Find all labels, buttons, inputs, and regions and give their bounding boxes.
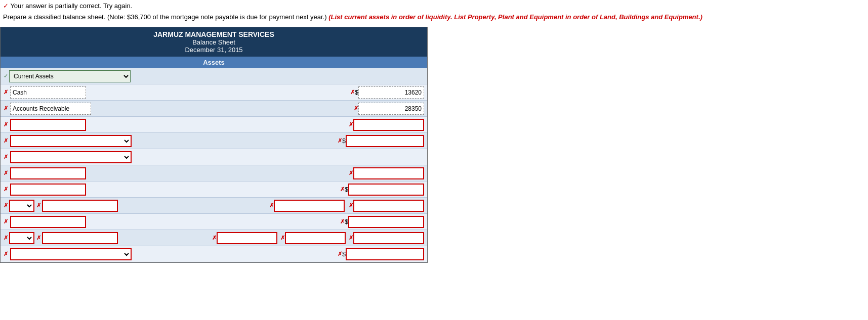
row11-x1[interactable]: ✗ (4, 235, 8, 241)
row9-small-dropdown[interactable] (9, 200, 34, 212)
bs-header: JARMUZ MANAGEMENT SERVICES Balance Sheet… (1, 27, 427, 57)
row10: ✗ ✗ $ (1, 214, 427, 230)
check-icon: ✓ (3, 2, 9, 10)
row5-val-x[interactable]: ✗ (338, 138, 342, 144)
company-name: JARMUZ MANAGEMENT SERVICES (3, 30, 425, 38)
row9-val-x2[interactable]: ✗ (349, 203, 353, 208)
row6-x[interactable]: ✗ (4, 154, 8, 160)
row7-x[interactable]: ✗ (4, 170, 8, 176)
row10-label-input[interactable] (10, 216, 86, 228)
accounts-receivable-row: ✗ ✗ (1, 101, 427, 117)
row9-right-value[interactable] (353, 200, 424, 212)
row5: ✗ ✗ $ (1, 133, 427, 149)
current-assets-x[interactable]: ✓ (4, 73, 8, 79)
row4-x[interactable]: ✗ (4, 122, 8, 127)
row10-x[interactable]: ✗ (4, 219, 8, 224)
row5-dropdown[interactable] (10, 135, 132, 147)
row6-section-dropdown[interactable]: Property, Plant and Equipment Long-term … (10, 151, 132, 163)
row4-val-x[interactable]: ✗ (349, 122, 353, 127)
cash-label-input[interactable] (10, 86, 86, 99)
row7-label-input[interactable] (10, 167, 86, 179)
row11-label-input[interactable] (42, 232, 118, 244)
row10-val-x[interactable]: ✗ (340, 219, 345, 224)
row12-section-dropdown[interactable]: Property, Plant and Equipment Long-term … (10, 248, 132, 260)
row9-label-input[interactable] (42, 200, 118, 212)
row9-val-x1[interactable]: ✗ (269, 203, 274, 208)
row5-value-input[interactable] (346, 135, 424, 147)
sheet-date: December 31, 2015 (3, 46, 425, 54)
row11-mid-val[interactable] (217, 232, 277, 244)
row4-label-input[interactable] (10, 119, 86, 131)
current-assets-dropdown[interactable]: Current Assets Property, Plant and Equip… (9, 70, 131, 82)
row8-label-input[interactable] (10, 184, 86, 196)
row5-dollar: $ (342, 138, 346, 145)
row5-x[interactable]: ✗ (4, 138, 8, 144)
row7-val-x[interactable]: ✗ (349, 170, 353, 176)
row7-value-input[interactable] (353, 167, 424, 179)
row4: ✗ ✗ (1, 117, 427, 133)
row6: ✗ Property, Plant and Equipment Long-ter… (1, 149, 427, 165)
row12-x[interactable]: ✗ (4, 251, 8, 257)
row8-dollar: $ (345, 186, 348, 193)
row9-x2[interactable]: ✗ (36, 203, 41, 208)
row9-x1[interactable]: ✗ (4, 203, 8, 208)
instruction-emphasis: (List current assets in order of liquidi… (328, 13, 702, 21)
row12-val-x[interactable]: ✗ (338, 251, 342, 257)
instruction-note: Prepare a classified balance sheet. (Not… (3, 13, 327, 21)
row11-small-dropdown[interactable] (9, 232, 34, 244)
assets-section-header: Assets (1, 57, 427, 68)
cash-x[interactable]: ✗ (4, 89, 8, 95)
row8-val-x[interactable]: ✗ (340, 187, 345, 192)
row12-dollar: $ (342, 251, 346, 258)
row9-mid-value[interactable] (274, 200, 345, 212)
cash-dollar-x[interactable]: ✗ (350, 89, 355, 95)
instruction-text: Prepare a classified balance sheet. (Not… (0, 12, 868, 23)
row10-value-input[interactable] (348, 216, 424, 228)
ar-dollar-x[interactable]: ✗ (354, 106, 358, 111)
feedback-text: Your answer is partially correct. Try ag… (10, 2, 132, 10)
row12-value-input[interactable] (346, 248, 424, 260)
row9: ✗ ✗ ✗ ✗ (1, 198, 427, 214)
ar-value-input[interactable] (358, 103, 424, 115)
row11-val-x2[interactable]: ✗ (280, 235, 285, 241)
ar-x[interactable]: ✗ (4, 106, 8, 111)
cash-dollar-sign: $ (355, 89, 358, 96)
row8-x[interactable]: ✗ (4, 187, 8, 192)
cash-row: ✗ ✗ $ (1, 84, 427, 101)
ar-label-input[interactable] (10, 103, 91, 115)
row11-x2[interactable]: ✗ (36, 235, 41, 241)
sheet-title: Balance Sheet (3, 38, 425, 46)
cash-value-input[interactable] (358, 86, 424, 99)
balance-sheet-container: JARMUZ MANAGEMENT SERVICES Balance Sheet… (0, 27, 428, 263)
row11-mid2-val[interactable] (285, 232, 346, 244)
row12: ✗ Property, Plant and Equipment Long-ter… (1, 246, 427, 262)
row11: ✗ ✗ ✗ ✗ ✗ (1, 230, 427, 246)
row11-right-val[interactable] (353, 232, 424, 244)
top-message: ✓ Your answer is partially correct. Try … (0, 0, 868, 12)
row8: ✗ ✗ $ (1, 181, 427, 198)
row4-value-input[interactable] (353, 119, 424, 131)
current-assets-row: ✓ Current Assets Property, Plant and Equ… (1, 68, 427, 84)
row8-value-input[interactable] (348, 184, 424, 196)
row11-val-x1[interactable]: ✗ (212, 235, 217, 241)
row11-val-x3[interactable]: ✗ (349, 235, 353, 241)
row7: ✗ ✗ (1, 165, 427, 181)
row10-dollar: $ (345, 218, 348, 225)
